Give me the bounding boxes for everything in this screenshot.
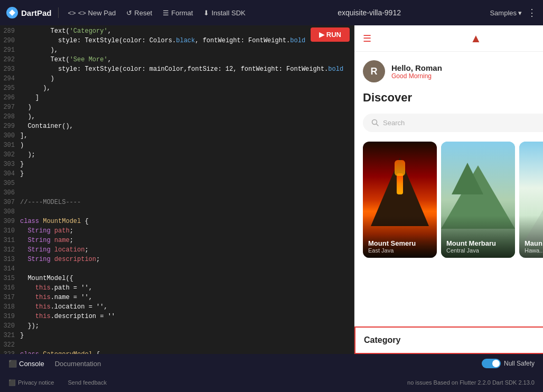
discover-heading: Discover bbox=[363, 91, 543, 105]
line-code: class MountModel { bbox=[20, 218, 89, 227]
brand-mountain-icon: ▲ bbox=[470, 32, 482, 45]
line-number: 294 bbox=[0, 75, 20, 85]
chevron-down-icon: ▾ bbox=[518, 9, 522, 17]
more-options-button[interactable]: ⋮ bbox=[527, 7, 537, 18]
send-feedback[interactable]: Send feedback bbox=[68, 379, 106, 386]
code-line: 320 }); bbox=[0, 322, 354, 332]
feedback-label: Send feedback bbox=[68, 379, 106, 386]
run-button[interactable]: ▶ RUN bbox=[311, 27, 350, 42]
line-code: ), bbox=[20, 113, 35, 123]
card-name-semeru: Mount Semeru bbox=[368, 239, 432, 247]
code-line: 314 bbox=[0, 265, 354, 275]
toggle-track[interactable] bbox=[482, 359, 501, 368]
format-label: Format bbox=[171, 9, 193, 17]
line-code: String path; bbox=[20, 227, 73, 237]
preview-panel: ☰ ▲ R Hello, Roman Good Morning Discover bbox=[354, 25, 543, 354]
line-code: ] bbox=[20, 94, 39, 104]
code-line: 301) bbox=[0, 142, 354, 151]
line-code: } bbox=[20, 332, 24, 341]
card-mount-merbaru[interactable]: Mount Merbaru Central Java bbox=[441, 142, 515, 258]
console-tab[interactable]: ⬛ Console bbox=[8, 360, 44, 368]
line-number: 291 bbox=[0, 46, 20, 56]
user-greeting: R Hello, Roman Good Morning bbox=[363, 60, 543, 82]
line-number: 290 bbox=[0, 37, 20, 46]
avatar: R bbox=[363, 60, 385, 82]
reset-icon: ↺ bbox=[126, 9, 132, 17]
documentation-tab[interactable]: Documentation bbox=[55, 360, 101, 368]
category-label: Category bbox=[364, 335, 400, 345]
line-number: 299 bbox=[0, 123, 20, 132]
privacy-label[interactable]: Privacy notice bbox=[18, 379, 54, 386]
line-number: 312 bbox=[0, 246, 20, 256]
dartpad-logo-text: DartPad bbox=[21, 8, 52, 17]
code-line: 308 bbox=[0, 208, 354, 218]
line-code: ], bbox=[20, 132, 27, 142]
line-number: 317 bbox=[0, 294, 20, 303]
line-code: MountModel({ bbox=[20, 275, 73, 284]
code-line: 309class MountModel { bbox=[0, 218, 354, 227]
line-code: }); bbox=[20, 322, 39, 332]
line-number: 308 bbox=[0, 208, 20, 218]
mountain-cards: Mount Semeru East Java Mount Merbaru Cen… bbox=[363, 142, 543, 258]
line-code: String name; bbox=[20, 237, 73, 246]
code-line: 292 Text('See More', bbox=[0, 56, 354, 66]
new-pad-button[interactable]: <> <> New Pad bbox=[65, 7, 119, 19]
line-code: } bbox=[20, 161, 24, 170]
line-number: 323 bbox=[0, 351, 20, 354]
line-number: 315 bbox=[0, 275, 20, 284]
line-number: 313 bbox=[0, 256, 20, 265]
code-line: 319 this.description = '' bbox=[0, 313, 354, 322]
toggle-thumb bbox=[492, 360, 500, 367]
line-code: ) bbox=[20, 142, 24, 151]
line-number: 303 bbox=[0, 161, 20, 170]
svg-marker-0 bbox=[9, 10, 15, 16]
code-line: 291 ), bbox=[0, 46, 354, 56]
project-title: exquisite-villa-9912 bbox=[253, 8, 486, 17]
card-overlay: Mount Merbaru Central Java bbox=[441, 216, 515, 258]
code-line: 316 this.path = '', bbox=[0, 284, 354, 294]
dartpad-logo: DartPad bbox=[6, 7, 52, 18]
line-number: 318 bbox=[0, 303, 20, 313]
samples-button[interactable]: Samples ▾ bbox=[490, 9, 522, 17]
card-mount-mauna[interactable]: Maun... Hawa... bbox=[519, 142, 543, 258]
reset-button[interactable]: ↺ Reset bbox=[123, 7, 155, 19]
format-button[interactable]: ☰ Format bbox=[160, 7, 196, 19]
code-line: 307//----MODELS---- bbox=[0, 199, 354, 208]
code-editor[interactable]: ▶ RUN 289 Text('Category',290 style: Tex… bbox=[0, 25, 354, 354]
line-code: this.location = '', bbox=[20, 303, 108, 313]
install-sdk-button[interactable]: ⬇ Install SDK bbox=[200, 7, 248, 19]
privacy-icon: ⬛ bbox=[8, 379, 16, 386]
line-code: String description; bbox=[20, 256, 100, 265]
line-number: 298 bbox=[0, 113, 20, 123]
line-code: String location; bbox=[20, 246, 89, 256]
code-line: 295 ), bbox=[0, 85, 354, 94]
card-overlay: Maun... Hawa... bbox=[519, 216, 543, 258]
line-code: //----MODELS---- bbox=[20, 199, 81, 208]
line-number: 292 bbox=[0, 56, 20, 66]
privacy-notice: ⬛ Privacy notice bbox=[8, 379, 54, 386]
code-line: 297 ) bbox=[0, 104, 354, 113]
code-line: 306 bbox=[0, 189, 354, 199]
documentation-label: Documentation bbox=[55, 360, 101, 368]
code-line: 315 MountModel({ bbox=[0, 275, 354, 284]
code-line: 293 style: TextStyle(color: mainColor,fo… bbox=[0, 66, 354, 75]
line-number: 306 bbox=[0, 189, 20, 199]
line-number: 295 bbox=[0, 85, 20, 94]
hamburger-icon[interactable]: ☰ bbox=[363, 33, 371, 44]
card-mount-semeru[interactable]: Mount Semeru East Java bbox=[363, 142, 437, 258]
search-box[interactable]: Search bbox=[363, 114, 543, 132]
code-line: 298 ), bbox=[0, 113, 354, 123]
preview-content: R Hello, Roman Good Morning Discover Sea… bbox=[354, 52, 543, 326]
line-number: 305 bbox=[0, 180, 20, 189]
card-location-mauna: Hawa... bbox=[525, 247, 543, 254]
card-name-mauna: Maun... bbox=[525, 239, 543, 247]
null-safety-toggle[interactable]: Null Safety bbox=[482, 359, 535, 368]
line-number: 319 bbox=[0, 313, 20, 322]
line-code: ) bbox=[20, 75, 54, 85]
code-line: 294 ) bbox=[0, 75, 354, 85]
bottom-tabs: ⬛ Console Documentation Null Safety bbox=[0, 354, 543, 373]
line-number: 293 bbox=[0, 66, 20, 75]
card-name-merbaru: Mount Merbaru bbox=[446, 239, 510, 247]
status-bar: ⬛ Privacy notice Send feedback no issues… bbox=[0, 373, 543, 392]
code-line: 303} bbox=[0, 161, 354, 170]
